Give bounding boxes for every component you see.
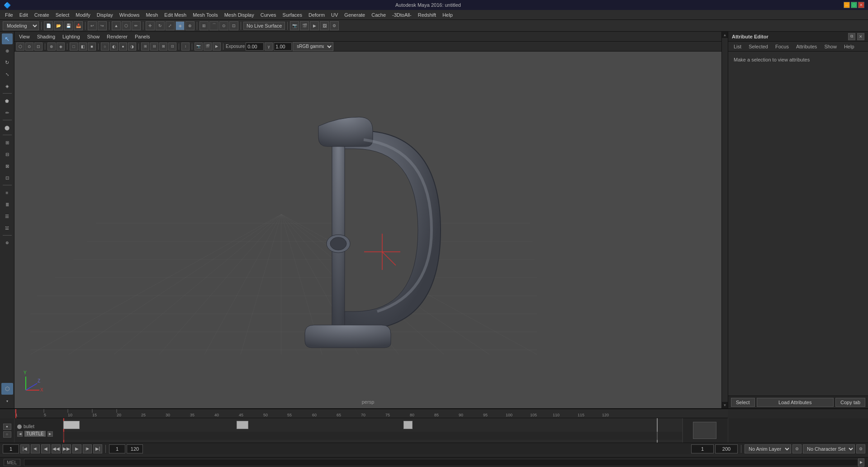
status-right-scroll[interactable]: ▶: [858, 458, 864, 467]
attr-tab-help[interactable]: Help: [842, 42, 856, 51]
attr-tab-attributes[interactable]: Attributes: [794, 42, 819, 51]
menu-deform[interactable]: Deform: [305, 11, 328, 19]
hypershade-btn[interactable]: ⬡: [1, 383, 13, 395]
menu-help[interactable]: Help: [439, 11, 456, 19]
rotate-tool[interactable]: ↻: [156, 21, 165, 30]
list1-btn[interactable]: ≡: [2, 187, 13, 198]
menu-generate[interactable]: Generate: [341, 11, 368, 19]
rotate-tool-btn[interactable]: ↻: [2, 57, 13, 68]
transport-next-key-btn[interactable]: |▶: [83, 444, 92, 453]
track-btn-prev[interactable]: ◀: [17, 431, 23, 437]
track-ctrl2[interactable]: ○: [3, 431, 11, 438]
ipr-btn[interactable]: 🖼: [320, 21, 329, 30]
grid-view1-btn[interactable]: ⊞: [2, 137, 13, 148]
render-btn[interactable]: 🎬: [300, 21, 309, 30]
vp-snap1[interactable]: ↕: [181, 42, 190, 51]
save-file-btn[interactable]: 💾: [64, 21, 73, 30]
keyframe-track-area[interactable]: [63, 418, 683, 443]
menu-mesh-tools[interactable]: Mesh Tools: [190, 11, 221, 19]
open-file-btn[interactable]: 📂: [54, 21, 63, 30]
universal-manip-btn[interactable]: ◈: [2, 80, 13, 91]
menu-file[interactable]: File: [2, 11, 16, 19]
snap-grid[interactable]: ⊞: [199, 21, 209, 30]
close-btn[interactable]: ✕: [858, 2, 864, 8]
save-scene-btn[interactable]: 📥: [74, 21, 83, 30]
menu-cache[interactable]: Cache: [368, 11, 389, 19]
grid-view2-btn[interactable]: ⊟: [2, 149, 13, 160]
move-tool[interactable]: ✛: [146, 21, 155, 30]
transport-end-btn[interactable]: ▶|: [93, 444, 102, 453]
vp-menu-show[interactable]: Show: [85, 33, 103, 40]
mel-input[interactable]: [24, 459, 858, 466]
snap-curve[interactable]: ⌒: [209, 21, 218, 30]
menu-surfaces[interactable]: Surfaces: [280, 11, 305, 19]
character-set-dropdown[interactable]: No Character Set: [803, 444, 855, 453]
copy-tab-btn[interactable]: Copy tab: [835, 398, 865, 407]
redo-btn[interactable]: ↪: [98, 21, 107, 30]
vp-btn4[interactable]: ⊕: [47, 42, 56, 51]
vp-grid2[interactable]: ⊟: [150, 42, 158, 51]
vp-menu-panels[interactable]: Panels: [132, 33, 153, 40]
undo-btn[interactable]: ↩: [88, 21, 97, 30]
menu-redshift[interactable]: Redshift: [415, 11, 439, 19]
vp-light1[interactable]: ○: [101, 42, 109, 51]
attr-close-btn[interactable]: ✕: [857, 33, 864, 40]
vp-light2[interactable]: ◐: [110, 42, 118, 51]
vp-btn3[interactable]: ⊡: [34, 42, 43, 51]
transport-next-frame-btn[interactable]: ▶: [72, 444, 81, 453]
track-btn-next[interactable]: ▶: [47, 431, 53, 437]
vp-menu-renderer[interactable]: Renderer: [104, 33, 130, 40]
vp-btn1[interactable]: ⬡: [16, 42, 24, 51]
menu-curves[interactable]: Curves: [257, 11, 280, 19]
bottom-tool1[interactable]: ▾: [2, 396, 13, 406]
transport-start-btn[interactable]: |◀: [20, 444, 29, 453]
menu-mesh-display[interactable]: Mesh Display: [221, 11, 257, 19]
render-settings-btn[interactable]: ⚙: [330, 21, 339, 30]
attr-float-btn[interactable]: ⧉: [848, 33, 855, 40]
sculpt-btn[interactable]: ⬤: [2, 122, 13, 133]
move-tool-btn[interactable]: ⊕: [2, 45, 13, 56]
vp-cam2[interactable]: 🎬: [204, 42, 212, 51]
scene-end-input[interactable]: 200: [715, 444, 738, 453]
mode-dropdown[interactable]: Modeling: [3, 21, 39, 30]
paint-sel-btn[interactable]: ✏: [2, 107, 13, 118]
menu-3dtoall[interactable]: -3DtoAll-: [389, 11, 415, 19]
end-frame-input[interactable]: 120: [127, 444, 143, 453]
lasso-tool[interactable]: ⬡: [122, 21, 131, 30]
start-frame-input[interactable]: 1: [109, 444, 125, 453]
list2-btn[interactable]: ≣: [2, 199, 13, 210]
vp-grid4[interactable]: ⊡: [168, 42, 176, 51]
snap-view[interactable]: ⊡: [229, 21, 238, 30]
universal-tool[interactable]: ◈: [175, 21, 185, 30]
vp-shading3[interactable]: ■: [88, 42, 96, 51]
soft-sel-tool[interactable]: ⊕: [185, 21, 194, 30]
vp-menu-shading[interactable]: Shading: [34, 33, 58, 40]
menu-display[interactable]: Display: [94, 11, 116, 19]
frame-number-input[interactable]: 1: [3, 444, 19, 453]
vp-btn5[interactable]: ◈: [57, 42, 65, 51]
misc-btn1[interactable]: ⊕: [2, 237, 13, 248]
select-tool[interactable]: ▲: [112, 21, 121, 30]
menu-edit[interactable]: Edit: [16, 11, 31, 19]
scroll-up-btn[interactable]: ▲: [722, 32, 728, 38]
vp-cam3[interactable]: ▶: [213, 42, 221, 51]
track-ctrl1[interactable]: ●: [3, 424, 11, 430]
vp-light3[interactable]: ●: [119, 42, 127, 51]
vp-cam1[interactable]: 📷: [194, 42, 203, 51]
menu-edit-mesh[interactable]: Edit Mesh: [161, 11, 190, 19]
scroll-down-btn[interactable]: ▼: [722, 402, 728, 408]
maximize-btn[interactable]: □: [851, 2, 857, 8]
lasso-btn[interactable]: ⬟: [2, 95, 13, 106]
scale-tool-btn[interactable]: ⤡: [2, 69, 13, 80]
scale-tool[interactable]: ⤢: [166, 21, 175, 30]
grid-view3-btn[interactable]: ⊠: [2, 160, 13, 171]
playblast-btn[interactable]: ▶: [310, 21, 319, 30]
menu-create[interactable]: Create: [31, 11, 52, 19]
exposure-input[interactable]: 0.00: [246, 42, 264, 51]
attr-tab-focus[interactable]: Focus: [773, 42, 791, 51]
vp-btn2[interactable]: ⊙: [25, 42, 33, 51]
vp-shading2[interactable]: ◧: [79, 42, 87, 51]
attr-tab-list[interactable]: List: [732, 42, 743, 51]
gamma-dropdown[interactable]: sRGB gamma: [293, 42, 333, 51]
camera-btn[interactable]: 📷: [290, 21, 299, 30]
